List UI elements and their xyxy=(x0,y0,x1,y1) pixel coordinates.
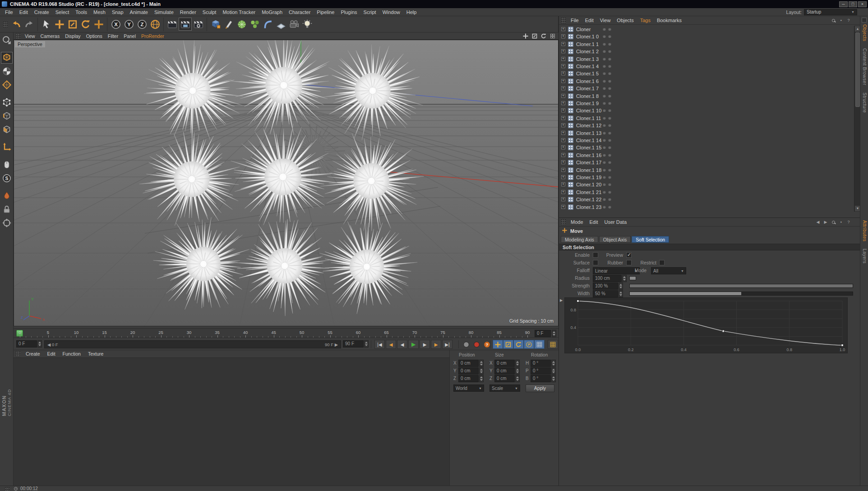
object-row[interactable]: +Cloner.1 21 xyxy=(559,189,853,196)
snap-settings-button[interactable] xyxy=(1,190,13,202)
range-end-handle[interactable]: 90 F ▶ xyxy=(325,342,338,347)
render-picture-viewer-button[interactable] xyxy=(179,18,192,31)
object-manager-menu-edit[interactable]: Edit xyxy=(582,17,597,24)
keyframe-selection-button[interactable] xyxy=(548,340,558,349)
editor-visibility-dot[interactable] xyxy=(603,168,606,171)
lock-y-axis-toggle[interactable]: Y xyxy=(122,18,135,31)
redo-button[interactable] xyxy=(23,18,36,31)
timeline-frame-field[interactable]: 0 F xyxy=(535,330,551,337)
material-menu-function[interactable]: Function xyxy=(59,351,84,357)
editor-visibility-dot[interactable] xyxy=(603,102,606,105)
preview-checkbox[interactable] xyxy=(626,252,632,258)
coord-size-y-stepper[interactable] xyxy=(515,367,520,375)
editor-visibility-dot[interactable] xyxy=(603,35,606,38)
viewport-perspective[interactable]: Perspective Grid Spacing : 10 cm YXZ xyxy=(14,40,559,326)
attribute-history-forward-icon[interactable]: ▶ xyxy=(822,219,829,225)
lock-x-axis-toggle[interactable]: X xyxy=(109,18,122,31)
attribute-manager-menu-user-data[interactable]: User Data xyxy=(601,218,630,226)
editor-visibility-dot[interactable] xyxy=(603,42,606,46)
expand-icon[interactable]: + xyxy=(561,168,565,172)
object-row[interactable]: +Cloner xyxy=(559,26,853,33)
material-menu-create[interactable]: Create xyxy=(22,351,44,357)
coord-position-z-stepper[interactable] xyxy=(479,375,484,382)
edges-mode-button[interactable] xyxy=(1,110,13,122)
previous-frame-button[interactable]: ◀ xyxy=(397,340,407,349)
viewport-scene[interactable] xyxy=(14,40,558,326)
scale-tool[interactable] xyxy=(66,18,79,31)
curve-collapse-icon[interactable]: ▶ xyxy=(560,298,563,302)
editor-visibility-dot[interactable] xyxy=(603,131,606,134)
editor-visibility-dot[interactable] xyxy=(603,146,606,149)
expand-icon[interactable]: + xyxy=(561,34,565,38)
coord-rotation-b-stepper[interactable] xyxy=(551,375,556,382)
object-manager-grip[interactable] xyxy=(561,17,566,23)
object-manager-menu-objects[interactable]: Objects xyxy=(614,17,637,24)
object-row[interactable]: +Cloner.1 12 xyxy=(559,122,853,129)
expand-icon[interactable]: + xyxy=(561,101,565,105)
current-frame-field[interactable]: 0 F xyxy=(16,340,37,347)
expand-icon[interactable]: + xyxy=(561,79,565,83)
menu-render[interactable]: Render xyxy=(177,9,199,16)
editor-visibility-dot[interactable] xyxy=(603,50,606,53)
last-used-tool[interactable] xyxy=(92,18,105,31)
editor-visibility-dot[interactable] xyxy=(603,87,606,90)
radius-field[interactable]: 100 cm xyxy=(593,275,622,282)
radius-mini-slider[interactable] xyxy=(629,276,636,280)
add-subdivision-surface-button[interactable] xyxy=(235,18,248,31)
tweak-mode-button[interactable] xyxy=(1,159,13,171)
add-spline-button[interactable] xyxy=(222,18,235,31)
object-manager-menu-file[interactable]: File xyxy=(568,17,582,24)
viewport-menu-prorender[interactable]: ProRender xyxy=(139,33,167,39)
object-row[interactable]: +Cloner.1 5 xyxy=(559,70,853,77)
object-row[interactable]: +Cloner.1 14 xyxy=(559,137,853,144)
pan-view-icon[interactable] xyxy=(522,33,529,39)
play-button[interactable]: ▶ xyxy=(408,340,419,349)
object-row[interactable]: +Cloner.1 20 xyxy=(559,181,853,188)
render-visibility-dot[interactable] xyxy=(608,176,611,179)
coord-position-x-stepper[interactable] xyxy=(479,360,484,367)
editor-visibility-dot[interactable] xyxy=(603,28,606,31)
editor-visibility-dot[interactable] xyxy=(603,72,606,75)
editor-visibility-dot[interactable] xyxy=(603,198,606,201)
key-parameter-toggle[interactable]: P xyxy=(524,340,534,349)
object-manager-help-icon[interactable]: ? xyxy=(845,17,852,23)
close-button[interactable]: × xyxy=(858,1,867,7)
panel-pin-icon[interactable] xyxy=(862,18,867,23)
attribute-manager-menu-edit[interactable]: Edit xyxy=(586,218,601,226)
coord-size-y-field[interactable]: 0 cm xyxy=(494,367,515,375)
object-manager-menu-tags[interactable]: Tags xyxy=(637,17,654,24)
radius-stepper[interactable] xyxy=(622,275,627,282)
coord-position-y-field[interactable]: 0 cm xyxy=(458,367,479,375)
object-list-scrollbar[interactable]: ▲ ▼ xyxy=(854,26,860,212)
add-cloner-button[interactable] xyxy=(248,18,261,31)
material-menu-texture[interactable]: Texture xyxy=(84,351,107,357)
editor-visibility-dot[interactable] xyxy=(603,139,606,142)
expand-icon[interactable]: + xyxy=(561,160,565,164)
render-visibility-dot[interactable] xyxy=(608,205,611,208)
add-cube-button[interactable] xyxy=(209,18,222,31)
expand-icon[interactable]: + xyxy=(561,153,565,157)
dolly-view-icon[interactable] xyxy=(531,33,538,39)
object-row[interactable]: +Cloner.1 11 xyxy=(559,115,853,122)
add-floor-button[interactable] xyxy=(274,18,287,31)
rotate-view-icon[interactable] xyxy=(540,33,547,39)
object-row[interactable]: +Cloner.1 16 xyxy=(559,152,853,159)
points-mode-button[interactable] xyxy=(1,97,13,108)
model-mode-button[interactable] xyxy=(1,52,13,64)
material-menu-edit[interactable]: Edit xyxy=(44,351,59,357)
goto-end-button[interactable]: ▶| xyxy=(442,340,452,349)
expand-icon[interactable]: + xyxy=(561,131,565,135)
next-key-button[interactable]: ▶ xyxy=(431,340,441,349)
coord-size-x-stepper[interactable] xyxy=(515,360,520,367)
editor-visibility-dot[interactable] xyxy=(603,79,606,83)
coordinate-system-toggle[interactable] xyxy=(148,18,162,31)
end-frame-stepper[interactable] xyxy=(364,340,369,347)
object-row[interactable]: +Cloner.1 17 xyxy=(559,159,853,166)
render-visibility-dot[interactable] xyxy=(608,190,611,194)
expand-icon[interactable]: + xyxy=(561,94,565,98)
object-row[interactable]: +Cloner.1 15 xyxy=(559,144,853,151)
animation-help-button[interactable]: ? xyxy=(482,340,492,349)
menu-plugins[interactable]: Plugins xyxy=(337,9,360,16)
render-visibility-dot[interactable] xyxy=(608,161,611,164)
workplane-mode-button[interactable] xyxy=(1,79,13,91)
